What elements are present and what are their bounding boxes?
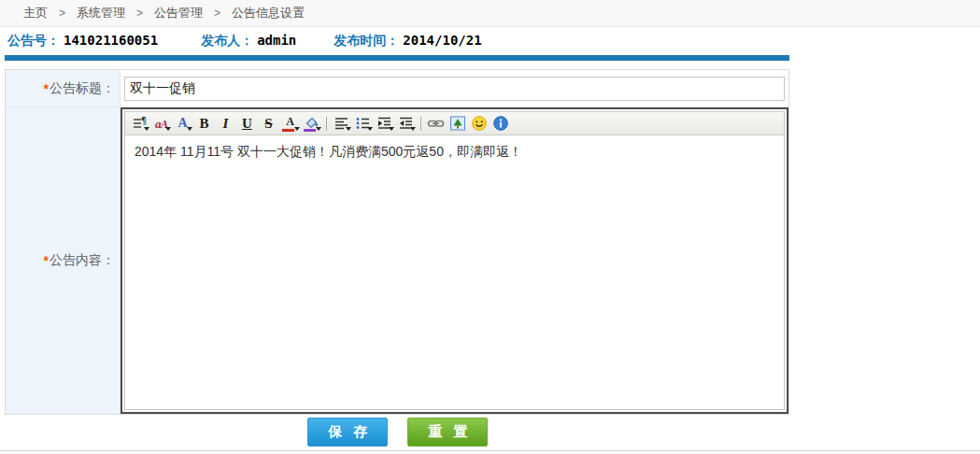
outdent-icon[interactable]	[395, 113, 417, 134]
reset-button[interactable]: 重 置	[407, 418, 488, 447]
highlight-color-icon[interactable]	[301, 113, 322, 134]
publisher-field: 发布人： admin	[201, 33, 296, 50]
editor-content[interactable]: 2014年 11月11号 双十一大促销！凡消费满500元返50，即满即返！	[124, 135, 785, 410]
underline-icon[interactable]: U	[236, 113, 258, 134]
form-actions: 保 存 重 置	[5, 415, 789, 447]
emoticon-icon[interactable]	[468, 113, 490, 134]
strikethrough-icon[interactable]: S	[258, 113, 279, 134]
publisher-value: admin	[257, 33, 296, 48]
title-row: * 公告标题：	[6, 70, 788, 106]
italic-icon[interactable]: I	[215, 113, 236, 134]
rich-text-editor: ¶ aA A B I	[121, 107, 788, 414]
breadcrumb-item-system-management[interactable]: 系统管理	[77, 5, 125, 21]
publisher-label: 发布人：	[201, 33, 253, 50]
publish-time-value: 2014/10/21	[403, 33, 481, 48]
required-mark: *	[44, 81, 49, 96]
font-family-icon[interactable]: aA	[150, 113, 172, 134]
toolbar-separator	[420, 117, 421, 131]
about-icon[interactable]	[490, 113, 511, 134]
title-label-cell: * 公告标题：	[6, 70, 121, 106]
save-button[interactable]: 保 存	[307, 418, 388, 447]
breadcrumb-separator: >	[136, 7, 143, 20]
editor-toolbar: ¶ aA A B I	[124, 111, 785, 135]
breadcrumb-separator: >	[59, 7, 65, 20]
required-mark: *	[44, 253, 49, 268]
announcement-number-label: 公告号：	[7, 33, 60, 50]
breadcrumb-item-announcement-management[interactable]: 公告管理	[154, 5, 203, 21]
announcement-number-field: 公告号： 141021160051	[7, 33, 158, 50]
content-row: * 公告内容： ¶ aA A	[6, 106, 788, 414]
font-size-icon[interactable]: A	[172, 113, 193, 134]
breadcrumb-item-announcement-info-settings[interactable]: 公告信息设置	[232, 5, 305, 21]
announcement-info-bar: 公告号： 141021160051 发布人： admin 发布时间： 2014/…	[0, 27, 980, 55]
publish-time-field: 发布时间： 2014/10/21	[334, 33, 481, 50]
paragraph-format-icon[interactable]: ¶	[129, 113, 150, 134]
title-label: 公告标题：	[50, 80, 115, 97]
content-label-cell: * 公告内容：	[6, 107, 121, 414]
link-icon[interactable]	[425, 113, 447, 134]
breadcrumb: 主页 > 系统管理 > 公告管理 > 公告信息设置	[0, 0, 980, 27]
list-icon[interactable]	[352, 113, 374, 134]
indent-icon[interactable]	[374, 113, 395, 134]
breadcrumb-item-home[interactable]: 主页	[23, 5, 48, 21]
image-icon[interactable]	[447, 113, 468, 134]
announcement-form: * 公告标题： * 公告内容： ¶ aA	[5, 69, 789, 415]
font-color-icon[interactable]: A	[279, 113, 301, 134]
breadcrumb-separator: >	[214, 7, 220, 20]
toolbar-separator	[326, 117, 327, 131]
announcement-title-input[interactable]	[124, 77, 785, 101]
content-label: 公告内容：	[50, 252, 115, 269]
title-field-cell	[121, 70, 788, 106]
alignment-icon[interactable]	[331, 113, 352, 134]
bottom-divider	[0, 450, 980, 451]
publish-time-label: 发布时间：	[334, 33, 399, 50]
editor-cell: ¶ aA A B I	[121, 107, 788, 414]
bold-icon[interactable]: B	[193, 113, 215, 134]
announcement-number-value: 141021160051	[64, 33, 158, 48]
